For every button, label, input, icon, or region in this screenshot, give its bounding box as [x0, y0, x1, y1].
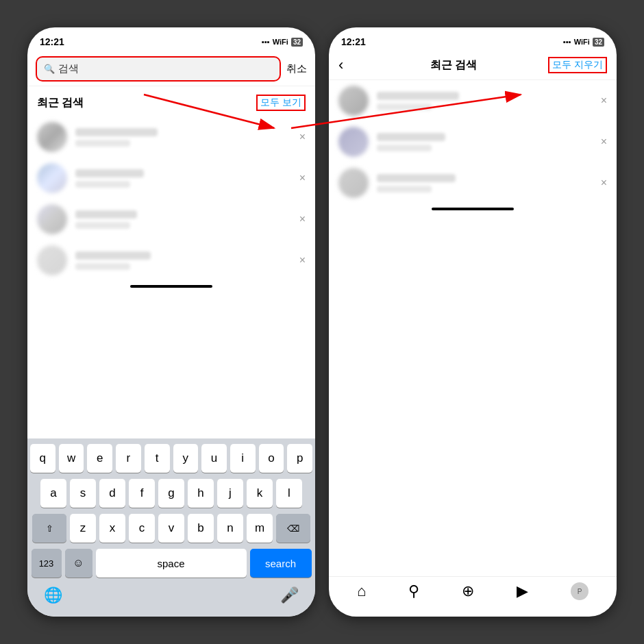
item-name-r3	[377, 174, 456, 182]
bottom-nav: ⌂ ⚲ ⊕ ▶ P	[329, 576, 617, 600]
search-item-1: ×	[27, 116, 315, 158]
close-btn-1[interactable]: ×	[299, 131, 306, 143]
battery-icon-r: 32	[593, 38, 604, 47]
item-text-4	[75, 251, 291, 270]
item-sub-1	[75, 140, 130, 147]
close-btn-4[interactable]: ×	[299, 254, 306, 267]
key-l[interactable]: l	[276, 479, 302, 508]
battery-icon: 32	[291, 38, 303, 47]
key-s[interactable]: s	[70, 479, 96, 508]
signal-icon: ▪▪▪	[262, 38, 270, 46]
profile-nav-icon[interactable]: P	[571, 582, 589, 600]
left-phone: 12:21 ▪▪▪ WiFi 32 🔍 검색 취소 최근 검색 모두 보기	[27, 27, 315, 617]
close-btn-3[interactable]: ×	[299, 213, 306, 225]
key-o[interactable]: o	[259, 444, 284, 473]
item-name-r2	[377, 133, 445, 141]
key-v[interactable]: v	[158, 514, 184, 543]
key-row-3: ⇧ z x c v b n m ⌫	[30, 514, 312, 543]
key-u[interactable]: u	[201, 444, 227, 473]
search-bar-row: 🔍 검색 취소	[27, 52, 315, 86]
recent-searches-header: 최근 검색 모두 보기	[27, 86, 315, 116]
key-r[interactable]: r	[116, 444, 141, 473]
search-item-r1: ×	[329, 80, 617, 121]
key-i[interactable]: i	[230, 444, 256, 473]
close-btn-2[interactable]: ×	[299, 172, 306, 184]
wifi-icon: WiFi	[273, 38, 288, 46]
keyboard-bottom: 🌐 🎤	[30, 584, 312, 614]
space-key[interactable]: space	[96, 549, 247, 578]
key-y[interactable]: y	[173, 444, 199, 473]
status-icons-left: ▪▪▪ WiFi 32	[262, 38, 303, 47]
search-key[interactable]: search	[250, 549, 312, 578]
status-icons-right: ▪▪▪ WiFi 32	[563, 38, 604, 47]
mic-icon[interactable]: 🎤	[280, 586, 299, 604]
avatar-2	[37, 163, 67, 193]
key-c[interactable]: c	[129, 514, 155, 543]
key-g[interactable]: g	[158, 479, 184, 508]
right-phone: 12:21 ▪▪▪ WiFi 32 ‹ 최근 검색 모두 지우기 ×	[329, 27, 617, 617]
key-x[interactable]: x	[99, 514, 125, 543]
key-row-4: 123 ☺ space search	[30, 549, 312, 578]
key-n[interactable]: n	[217, 514, 243, 543]
close-btn-r3[interactable]: ×	[601, 177, 607, 189]
key-h[interactable]: h	[188, 479, 214, 508]
key-d[interactable]: d	[99, 479, 125, 508]
item-name-4	[75, 251, 151, 260]
item-name-1	[75, 128, 158, 136]
key-z[interactable]: z	[70, 514, 96, 543]
search-nav-icon[interactable]: ⚲	[408, 582, 419, 600]
view-all-button[interactable]: 모두 보기	[256, 95, 306, 111]
search-icon: 🔍	[44, 64, 55, 74]
key-row-1: q w e r t y u i o p	[30, 444, 312, 473]
status-time-right: 12:21	[341, 36, 366, 47]
cancel-button[interactable]: 취소	[286, 62, 307, 75]
key-k[interactable]: k	[247, 479, 273, 508]
globe-icon[interactable]: 🌐	[44, 586, 62, 604]
search-placeholder: 검색	[58, 62, 79, 75]
key-j[interactable]: j	[217, 479, 243, 508]
item-text-2	[75, 169, 291, 188]
avatar-r1	[338, 86, 369, 116]
avatar-r2	[338, 127, 369, 157]
key-b[interactable]: b	[188, 514, 214, 543]
item-sub-3	[75, 222, 130, 229]
item-sub-4	[75, 263, 130, 270]
home-nav-icon[interactable]: ⌂	[357, 582, 366, 600]
search-box[interactable]: 🔍 검색	[36, 56, 281, 82]
signal-icon-r: ▪▪▪	[563, 38, 571, 46]
key-m[interactable]: m	[247, 514, 273, 543]
item-name-3	[75, 210, 137, 219]
status-bar-right: 12:21 ▪▪▪ WiFi 32	[329, 27, 617, 52]
delete-key[interactable]: ⌫	[276, 514, 310, 543]
search-item-2: ×	[27, 158, 315, 199]
recent-title: 최근 검색	[37, 96, 84, 110]
back-button[interactable]: ‹	[338, 56, 359, 74]
key-w[interactable]: w	[59, 444, 84, 473]
emoji-key[interactable]: ☺	[65, 549, 92, 578]
search-item-r2: ×	[329, 121, 617, 162]
num-key[interactable]: 123	[32, 549, 62, 578]
avatar-r3	[338, 168, 369, 198]
search-item-4: ×	[27, 240, 315, 281]
key-row-2: a s d f g h j k l	[30, 479, 312, 508]
key-q[interactable]: q	[30, 444, 55, 473]
keyboard: q w e r t y u i o p a s d f g h j k	[27, 438, 315, 617]
wifi-icon-r: WiFi	[574, 38, 590, 46]
reels-nav-icon[interactable]: ▶	[517, 582, 528, 600]
item-name-2	[75, 169, 144, 177]
shift-key[interactable]: ⇧	[32, 514, 66, 543]
add-nav-icon[interactable]: ⊕	[462, 582, 474, 600]
home-indicator-right	[432, 208, 514, 210]
clear-all-button[interactable]: 모두 지우기	[548, 57, 607, 73]
key-p[interactable]: p	[287, 444, 312, 473]
key-a[interactable]: a	[40, 479, 66, 508]
close-btn-r2[interactable]: ×	[601, 136, 607, 148]
close-btn-r1[interactable]: ×	[601, 95, 607, 107]
item-text-r2	[377, 133, 593, 151]
key-t[interactable]: t	[145, 444, 170, 473]
key-e[interactable]: e	[87, 444, 112, 473]
avatar-3	[37, 204, 67, 234]
item-text-r3	[377, 174, 593, 193]
item-sub-r2	[377, 145, 432, 151]
key-f[interactable]: f	[129, 479, 155, 508]
